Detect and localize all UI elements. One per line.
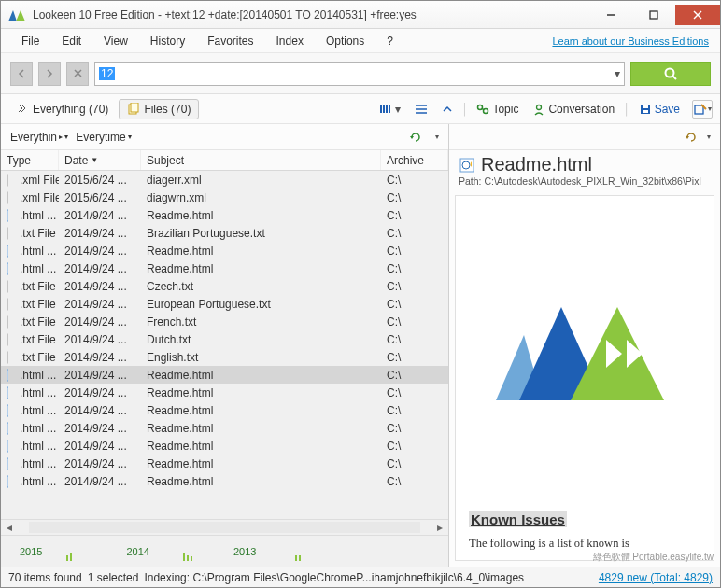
cell-subject: Czech.txt (141, 280, 381, 293)
tab-files[interactable]: Files (70) (119, 99, 199, 119)
compose-button[interactable]: ▾ (692, 100, 713, 119)
status-new-link[interactable]: 4829 new (Total: 4829) (599, 571, 713, 584)
menu-view[interactable]: View (94, 33, 137, 49)
table-row[interactable]: .txt File2014/9/24 ...English.txtC:\ (1, 348, 448, 366)
menu-index[interactable]: Index (267, 33, 313, 49)
collapse-up-button[interactable] (436, 103, 459, 116)
svg-rect-87 (66, 555, 68, 561)
title-bar: Lookeen 10 Free Edition - +text:12 +date… (1, 1, 720, 29)
preview-body[interactable]: Known Issues The following is a list of … (455, 195, 714, 561)
file-icon (1, 351, 14, 364)
table-row[interactable]: .txt File2014/9/24 ...Czech.txtC:\ (1, 277, 448, 295)
search-input[interactable]: 12 ▾ (94, 62, 625, 86)
table-row[interactable]: .txt File2014/9/24 ...Brazilian Portugue… (1, 224, 448, 242)
status-bar: 70 items found 1 selected Indexing: C:\P… (1, 567, 720, 587)
close-button[interactable] (675, 5, 720, 25)
nav-back-button[interactable] (10, 62, 33, 86)
cell-archive: C:\ (381, 191, 448, 204)
business-link[interactable]: Learn about our Business Editions (552, 35, 709, 47)
minimize-button[interactable] (589, 5, 632, 25)
table-row[interactable]: .html ...2014/9/24 ...Readme.htmlC:\ (1, 366, 448, 384)
preview-heading: Known Issues (469, 511, 567, 527)
table-row[interactable]: .html ...2014/9/24 ...Readme.htmlC:\ (1, 206, 448, 224)
menu-favorites[interactable]: Favorites (198, 33, 262, 49)
table-row[interactable]: .html ...2014/9/24 ...Readme.htmlC:\ (1, 259, 448, 277)
table-row[interactable]: .html ...2014/9/24 ...Readme.htmlC:\ (1, 419, 448, 437)
view-lines-button[interactable] (409, 102, 433, 117)
topic-button[interactable]: Topic (471, 101, 524, 118)
col-archive[interactable]: Archive (381, 150, 448, 170)
col-date[interactable]: Date ▼ (59, 150, 141, 170)
menu-help[interactable]: ? (377, 33, 403, 49)
cell-type: .txt File (14, 351, 59, 364)
cell-subject: Readme.html (141, 404, 381, 417)
cell-date: 2014/9/24 ... (59, 422, 141, 435)
sub-filter-bar: Everythin ▸ ▾ Everytime ▾ ▾ (1, 124, 448, 150)
svg-rect-83 (7, 458, 8, 469)
menu-file[interactable]: File (12, 33, 49, 49)
cell-date: 2014/9/24 ... (59, 351, 141, 364)
timeline[interactable]: 2015 2014 2013 (1, 535, 448, 567)
table-row[interactable]: .xml File2015/6/24 ...diagerr.xmlC:\ (1, 171, 448, 189)
nav-forward-button[interactable] (38, 62, 61, 86)
file-icon (1, 245, 14, 258)
menu-edit[interactable]: Edit (52, 33, 91, 49)
preview-header: Readme.html Path: C:\Autodesk\Autodesk_P… (449, 150, 720, 189)
table-row[interactable]: .xml File2015/6/24 ...diagwrn.xmlC:\ (1, 189, 448, 206)
col-type[interactable]: Type (1, 150, 59, 170)
cell-archive: C:\ (381, 351, 448, 364)
scroll-left-icon[interactable]: ◂ (3, 521, 16, 534)
table-row[interactable]: .html ...2014/9/24 ...Readme.htmlC:\ (1, 455, 448, 472)
cell-type: .xml File (14, 174, 59, 187)
table-row[interactable]: .txt File2014/9/24 ...Dutch.txtC:\ (1, 330, 448, 348)
svg-rect-25 (643, 110, 648, 113)
status-selected: 1 selected (88, 571, 139, 584)
cell-type: .txt File (14, 315, 59, 329)
cell-type: .html ... (14, 245, 59, 258)
cell-subject: Readme.html (141, 369, 381, 382)
cell-type: .txt File (14, 298, 59, 311)
preview-toolbar: ▾ (449, 124, 720, 150)
cell-subject: European Portuguese.txt (141, 298, 381, 311)
file-icon (1, 422, 14, 435)
table-row[interactable]: .html ...2014/9/24 ...Readme.htmlC:\ (1, 472, 448, 490)
cell-type: .html ... (14, 404, 59, 417)
cell-subject: Readme.html (141, 475, 381, 488)
nav-cancel-button[interactable] (66, 62, 89, 86)
time-combo[interactable]: Everytime ▾ (76, 131, 131, 144)
svg-rect-24 (643, 105, 648, 108)
table-row[interactable]: .html ...2014/9/24 ...Readme.htmlC:\ (1, 437, 448, 455)
cell-date: 2014/9/24 ... (59, 227, 141, 240)
scroll-right-icon[interactable]: ▸ (433, 521, 446, 534)
menu-options[interactable]: Options (317, 33, 374, 49)
preview-refresh-icon[interactable] (685, 131, 698, 144)
search-button[interactable] (630, 62, 711, 86)
cell-archive: C:\ (381, 245, 448, 258)
table-row[interactable]: .html ...2014/9/24 ...Readme.htmlC:\ (1, 242, 448, 259)
svg-rect-3 (650, 11, 657, 19)
col-subject[interactable]: Subject (141, 150, 381, 170)
grid-header: Type Date ▼ Subject Archive (1, 150, 448, 171)
file-icon (1, 404, 14, 417)
view-list-button[interactable]: ▾ (374, 101, 406, 118)
refresh-icon[interactable] (409, 131, 422, 144)
table-row[interactable]: .txt File2014/9/24 ...European Portugues… (1, 295, 448, 313)
file-icon (1, 369, 14, 382)
table-row[interactable]: .html ...2014/9/24 ...Readme.htmlC:\ (1, 401, 448, 419)
conversation-button[interactable]: Conversation (527, 101, 620, 118)
cell-date: 2015/6/24 ... (59, 191, 141, 204)
menu-bar: File Edit View History Favorites Index O… (1, 29, 720, 53)
cell-type: .html ... (14, 422, 59, 435)
table-row[interactable]: .txt File2014/9/24 ...French.txtC:\ (1, 313, 448, 330)
menu-history[interactable]: History (141, 33, 194, 49)
cell-type: .html ... (14, 440, 59, 453)
horizontal-scrollbar[interactable]: ◂ ▸ (1, 519, 448, 535)
file-icon (1, 209, 14, 222)
table-row[interactable]: .html ...2014/9/24 ...Readme.htmlC:\ (1, 384, 448, 401)
scope-combo[interactable]: Everythin ▸ ▾ (10, 131, 68, 144)
maximize-button[interactable] (632, 5, 675, 25)
grid-body[interactable]: .xml File2015/6/24 ...diagerr.xmlC:\.xml… (1, 171, 448, 519)
save-button[interactable]: Save (633, 101, 686, 118)
search-dropdown-icon[interactable]: ▾ (615, 67, 620, 80)
tab-everything[interactable]: Everything (70) (8, 100, 116, 119)
